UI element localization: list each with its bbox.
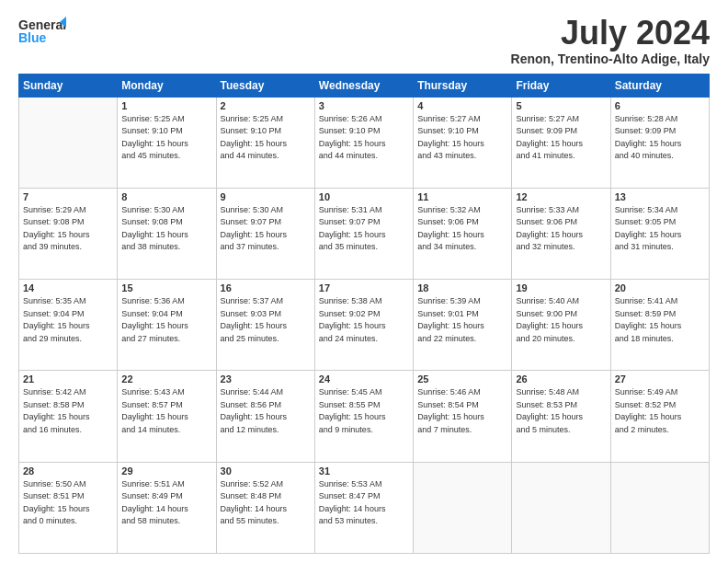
calendar-cell: 5Sunrise: 5:27 AM Sunset: 9:09 PM Daylig…	[512, 97, 610, 188]
day-info: Sunrise: 5:46 AM Sunset: 8:54 PM Dayligh…	[417, 386, 507, 436]
logo-icon: General Blue	[18, 15, 66, 50]
calendar-cell: 16Sunrise: 5:37 AM Sunset: 9:03 PM Dayli…	[216, 280, 314, 371]
day-info: Sunrise: 5:44 AM Sunset: 8:56 PM Dayligh…	[221, 386, 311, 436]
calendar-cell: 9Sunrise: 5:30 AM Sunset: 9:07 PM Daylig…	[216, 188, 314, 279]
day-info: Sunrise: 5:38 AM Sunset: 9:02 PM Dayligh…	[319, 295, 409, 345]
day-info: Sunrise: 5:27 AM Sunset: 9:09 PM Dayligh…	[516, 113, 606, 163]
day-number: 25	[417, 373, 507, 385]
calendar-cell: 8Sunrise: 5:30 AM Sunset: 9:08 PM Daylig…	[118, 188, 216, 279]
calendar-week-3: 14Sunrise: 5:35 AM Sunset: 9:04 PM Dayli…	[19, 280, 710, 371]
day-info: Sunrise: 5:41 AM Sunset: 8:59 PM Dayligh…	[615, 295, 705, 345]
calendar-cell: 12Sunrise: 5:33 AM Sunset: 9:06 PM Dayli…	[512, 188, 610, 279]
calendar-cell: 28Sunrise: 5:50 AM Sunset: 8:51 PM Dayli…	[19, 462, 118, 553]
day-info: Sunrise: 5:29 AM Sunset: 9:08 PM Dayligh…	[23, 204, 113, 254]
calendar-cell: 21Sunrise: 5:42 AM Sunset: 8:58 PM Dayli…	[19, 371, 118, 462]
calendar-cell: 7Sunrise: 5:29 AM Sunset: 9:08 PM Daylig…	[19, 188, 118, 279]
calendar-table: SundayMondayTuesdayWednesdayThursdayFrid…	[18, 74, 710, 554]
weekday-header-friday: Friday	[512, 74, 610, 97]
calendar-cell	[414, 462, 512, 553]
calendar-cell: 6Sunrise: 5:28 AM Sunset: 9:09 PM Daylig…	[610, 97, 709, 188]
weekday-header-wednesday: Wednesday	[314, 74, 413, 97]
day-number: 8	[121, 191, 211, 202]
day-info: Sunrise: 5:51 AM Sunset: 8:49 PM Dayligh…	[121, 478, 211, 528]
day-number: 15	[121, 282, 211, 293]
month-title: July 2024	[511, 15, 710, 52]
day-number: 31	[319, 465, 409, 477]
calendar-cell: 29Sunrise: 5:51 AM Sunset: 8:49 PM Dayli…	[118, 462, 216, 553]
day-number: 27	[615, 373, 705, 385]
day-number: 30	[221, 465, 311, 477]
day-number: 1	[121, 100, 211, 111]
weekday-header-thursday: Thursday	[414, 74, 512, 97]
day-info: Sunrise: 5:32 AM Sunset: 9:06 PM Dayligh…	[417, 204, 507, 254]
calendar-header-row: SundayMondayTuesdayWednesdayThursdayFrid…	[19, 74, 710, 97]
weekday-header-saturday: Saturday	[610, 74, 709, 97]
day-info: Sunrise: 5:25 AM Sunset: 9:10 PM Dayligh…	[221, 113, 311, 163]
day-number: 17	[319, 282, 409, 293]
day-info: Sunrise: 5:49 AM Sunset: 8:52 PM Dayligh…	[615, 386, 705, 436]
day-info: Sunrise: 5:31 AM Sunset: 9:07 PM Dayligh…	[319, 204, 409, 254]
day-info: Sunrise: 5:39 AM Sunset: 9:01 PM Dayligh…	[417, 295, 507, 345]
day-info: Sunrise: 5:42 AM Sunset: 8:58 PM Dayligh…	[23, 386, 113, 436]
day-number: 5	[516, 100, 606, 111]
day-info: Sunrise: 5:50 AM Sunset: 8:51 PM Dayligh…	[23, 478, 113, 528]
calendar-cell: 24Sunrise: 5:45 AM Sunset: 8:55 PM Dayli…	[314, 371, 413, 462]
day-number: 2	[221, 100, 311, 111]
calendar-cell: 26Sunrise: 5:48 AM Sunset: 8:53 PM Dayli…	[512, 371, 610, 462]
day-number: 11	[417, 191, 507, 202]
day-number: 6	[615, 100, 705, 111]
calendar-week-4: 21Sunrise: 5:42 AM Sunset: 8:58 PM Dayli…	[19, 371, 710, 462]
day-info: Sunrise: 5:34 AM Sunset: 9:05 PM Dayligh…	[615, 204, 705, 254]
day-info: Sunrise: 5:43 AM Sunset: 8:57 PM Dayligh…	[121, 386, 211, 436]
location: Renon, Trentino-Alto Adige, Italy	[511, 52, 710, 66]
page: General Blue July 2024 Renon, Trentino-A…	[0, 0, 728, 563]
title-block: July 2024 Renon, Trentino-Alto Adige, It…	[511, 15, 710, 66]
day-number: 24	[319, 373, 409, 385]
calendar-cell	[610, 462, 709, 553]
day-info: Sunrise: 5:53 AM Sunset: 8:47 PM Dayligh…	[319, 478, 409, 528]
day-info: Sunrise: 5:26 AM Sunset: 9:10 PM Dayligh…	[319, 113, 409, 163]
day-number: 18	[417, 282, 507, 293]
day-number: 7	[23, 191, 113, 202]
calendar-cell: 31Sunrise: 5:53 AM Sunset: 8:47 PM Dayli…	[314, 462, 413, 553]
day-number: 9	[221, 191, 311, 202]
day-number: 12	[516, 191, 606, 202]
day-number: 21	[23, 373, 113, 385]
day-number: 20	[615, 282, 705, 293]
day-info: Sunrise: 5:25 AM Sunset: 9:10 PM Dayligh…	[121, 113, 211, 163]
calendar-cell: 10Sunrise: 5:31 AM Sunset: 9:07 PM Dayli…	[314, 188, 413, 279]
calendar-cell: 11Sunrise: 5:32 AM Sunset: 9:06 PM Dayli…	[414, 188, 512, 279]
day-number: 14	[23, 282, 113, 293]
day-info: Sunrise: 5:52 AM Sunset: 8:48 PM Dayligh…	[221, 478, 311, 528]
day-number: 19	[516, 282, 606, 293]
day-info: Sunrise: 5:36 AM Sunset: 9:04 PM Dayligh…	[121, 295, 211, 345]
day-number: 3	[319, 100, 409, 111]
day-number: 26	[516, 373, 606, 385]
calendar-cell: 23Sunrise: 5:44 AM Sunset: 8:56 PM Dayli…	[216, 371, 314, 462]
day-info: Sunrise: 5:28 AM Sunset: 9:09 PM Dayligh…	[615, 113, 705, 163]
calendar-cell: 30Sunrise: 5:52 AM Sunset: 8:48 PM Dayli…	[216, 462, 314, 553]
day-info: Sunrise: 5:33 AM Sunset: 9:06 PM Dayligh…	[516, 204, 606, 254]
calendar-week-1: 1Sunrise: 5:25 AM Sunset: 9:10 PM Daylig…	[19, 97, 710, 188]
day-number: 13	[615, 191, 705, 202]
calendar-week-2: 7Sunrise: 5:29 AM Sunset: 9:08 PM Daylig…	[19, 188, 710, 279]
weekday-header-tuesday: Tuesday	[216, 74, 314, 97]
day-info: Sunrise: 5:30 AM Sunset: 9:08 PM Dayligh…	[121, 204, 211, 254]
calendar-cell: 14Sunrise: 5:35 AM Sunset: 9:04 PM Dayli…	[19, 280, 118, 371]
calendar-cell: 25Sunrise: 5:46 AM Sunset: 8:54 PM Dayli…	[414, 371, 512, 462]
calendar-cell: 19Sunrise: 5:40 AM Sunset: 9:00 PM Dayli…	[512, 280, 610, 371]
day-info: Sunrise: 5:37 AM Sunset: 9:03 PM Dayligh…	[221, 295, 311, 345]
calendar-cell: 17Sunrise: 5:38 AM Sunset: 9:02 PM Dayli…	[314, 280, 413, 371]
day-number: 23	[221, 373, 311, 385]
weekday-header-monday: Monday	[118, 74, 216, 97]
calendar-cell: 2Sunrise: 5:25 AM Sunset: 9:10 PM Daylig…	[216, 97, 314, 188]
day-number: 4	[417, 100, 507, 111]
day-number: 29	[121, 465, 211, 477]
calendar-cell: 13Sunrise: 5:34 AM Sunset: 9:05 PM Dayli…	[610, 188, 709, 279]
day-info: Sunrise: 5:48 AM Sunset: 8:53 PM Dayligh…	[516, 386, 606, 436]
calendar-cell: 4Sunrise: 5:27 AM Sunset: 9:10 PM Daylig…	[414, 97, 512, 188]
day-info: Sunrise: 5:30 AM Sunset: 9:07 PM Dayligh…	[221, 204, 311, 254]
day-info: Sunrise: 5:40 AM Sunset: 9:00 PM Dayligh…	[516, 295, 606, 345]
header: General Blue July 2024 Renon, Trentino-A…	[18, 15, 710, 66]
calendar-cell	[19, 97, 118, 188]
